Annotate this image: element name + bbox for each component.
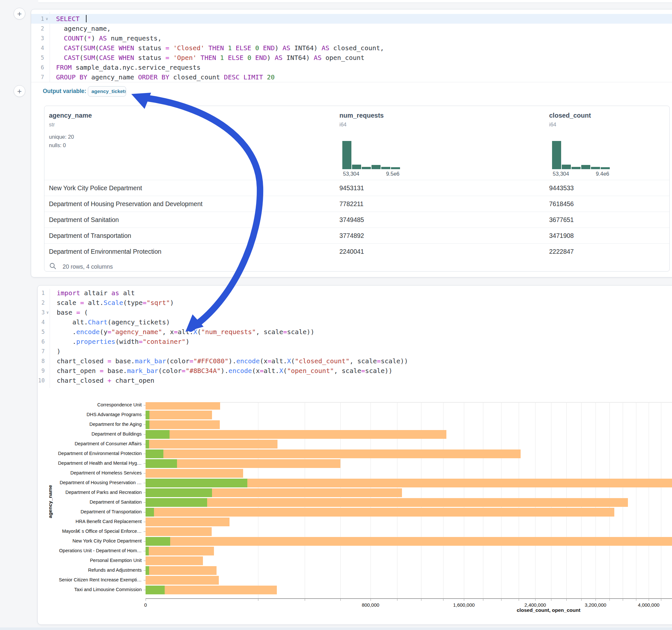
code-token: AS — [314, 54, 321, 62]
code-text: .properties(width="container") — [50, 337, 189, 346]
code-line[interactable]: 5 CAST(SUM(CASE WHEN status = 'Open' THE… — [31, 53, 672, 63]
code-token — [224, 54, 228, 62]
histogram-bar — [381, 167, 390, 169]
code-line[interactable]: 7GROUP BY agency_name ORDER BY closed_co… — [31, 72, 672, 82]
fold-spacer — [44, 33, 50, 43]
code-token: (agency_tickets) — [107, 318, 170, 326]
x-axis-title: closed_count, open_count — [517, 607, 580, 613]
code-token — [79, 15, 83, 23]
output-divider — [31, 82, 672, 82]
code-token: , x — [162, 328, 174, 336]
code-line[interactable]: 4 CAST(SUM(CASE WHEN status = 'Closed' T… — [31, 43, 672, 53]
code-token: base — [57, 309, 76, 316]
code-token: num_requests, — [107, 34, 162, 42]
code-text: scale = alt.Scale(type="sqrt") — [50, 298, 174, 308]
code-token: mark_bar — [135, 357, 166, 365]
bar-open — [146, 488, 212, 497]
code-line[interactable]: 1∨SELECT — [31, 14, 672, 24]
bar-open — [146, 498, 207, 507]
fold-chevron-icon[interactable]: ∨ — [44, 14, 50, 24]
code-token: = — [182, 367, 186, 374]
code-token: chart_closed — [57, 357, 107, 365]
code-line[interactable]: 7) — [38, 346, 672, 356]
line-number: 10 — [38, 375, 45, 385]
code-line[interactable]: 10chart_closed + chart_open — [38, 375, 672, 385]
code-line[interactable]: 5 .encode(y="agency_name", x=alt.X("num_… — [38, 327, 672, 337]
fold-chevron-icon[interactable]: ∨ — [45, 308, 50, 317]
bar-open — [146, 459, 177, 468]
x-axis-tick-label: 1,600,000 — [453, 602, 475, 608]
table-footer-summary: 20 rows, 4 columns — [63, 264, 113, 270]
column-histogram — [342, 141, 401, 169]
code-text: base = ( — [50, 308, 88, 317]
y-axis-label: Department of Parks and Recreation — [66, 490, 142, 495]
code-token: 20 — [267, 73, 274, 81]
code-token — [205, 44, 209, 52]
table-row[interactable]: Department of Sanitation37494853677651 — [44, 212, 669, 227]
python-code-editor[interactable]: 1import altair as alt2scale = alt.Scale(… — [38, 288, 672, 385]
code-token: open_count — [321, 54, 364, 62]
code-line[interactable]: 6 .properties(width="container") — [38, 337, 672, 346]
code-token: = — [267, 357, 271, 365]
code-token: ( — [283, 367, 287, 374]
bar-open — [146, 537, 170, 546]
code-line[interactable]: 8chart_closed = base.mark_bar(color="#FF… — [38, 356, 672, 366]
x-axis-tick — [146, 599, 146, 601]
y-axis-label: Correspondence Unit — [97, 402, 142, 407]
code-token: agency_name, — [56, 25, 111, 32]
fold-spacer — [45, 337, 50, 346]
code-line[interactable]: 4 alt.Chart(agency_tickets) — [38, 317, 672, 327]
code-line[interactable]: 2scale = alt.Scale(type="sqrt") — [38, 298, 672, 308]
table-row[interactable]: Department of Transportation377489234719… — [44, 227, 669, 243]
bar-open — [146, 547, 149, 555]
code-token: * — [87, 34, 91, 42]
table-cell: Department of Housing Preservation and D… — [49, 200, 202, 208]
histogram-bar — [581, 165, 590, 169]
bar-closed — [146, 556, 203, 565]
output-variable-pill[interactable]: agency_tickets — [88, 86, 126, 97]
code-token: = — [99, 367, 103, 374]
search-icon[interactable] — [49, 262, 57, 270]
table-row[interactable]: Department of Housing Preservation and D… — [44, 196, 669, 212]
y-axis-label: Department of Housing Preservation … — [59, 480, 142, 485]
x-axis-tick — [443, 599, 443, 601]
code-text: CAST(SUM(CASE WHEN status = 'Closed' THE… — [50, 43, 384, 53]
code-token — [251, 54, 255, 62]
code-token: = — [165, 54, 169, 62]
add-cell-button-top[interactable]: + — [14, 8, 25, 20]
line-number: 9 — [38, 366, 45, 375]
code-text: chart_closed = base.mark_bar(color="#FFC… — [50, 356, 408, 366]
code-line[interactable]: 3 COUNT(*) AS num_requests, — [31, 33, 672, 43]
y-axis-label: Department of Consumer Affairs — [75, 441, 142, 446]
table-row[interactable]: Department of Environmental Protection22… — [44, 243, 669, 259]
table-cell: 3677651 — [549, 216, 574, 224]
column-histogram — [552, 141, 611, 169]
code-line[interactable]: 3∨base = ( — [38, 308, 672, 317]
x-axis-tick — [397, 599, 398, 601]
bar-open — [146, 586, 165, 595]
column-header: closed_count — [549, 112, 591, 119]
table-cell: Department of Transportation — [49, 232, 131, 240]
code-token: (x — [252, 367, 260, 374]
code-line[interactable]: 2 agency_name, — [31, 24, 672, 33]
code-token — [158, 73, 162, 81]
code-token: alt. — [264, 367, 279, 374]
bar-open — [146, 450, 163, 458]
code-token: = — [107, 328, 112, 336]
code-line[interactable]: 9chart_open = base.mark_bar(color="#8BC3… — [38, 366, 672, 375]
fold-spacer — [45, 346, 50, 356]
gridline — [649, 402, 649, 598]
sql-code-editor[interactable]: 1∨SELECT 2 agency_name,3 COUNT(*) AS num… — [31, 14, 672, 82]
code-token: "open_count" — [287, 367, 334, 374]
code-token: . — [57, 338, 76, 345]
code-line[interactable]: 1import altair as alt — [38, 288, 672, 298]
y-axis-label: Department of Transportation — [80, 509, 142, 514]
x-axis-tick — [623, 599, 623, 601]
table-cell: 3471908 — [549, 232, 574, 240]
add-cell-button-output[interactable]: + — [14, 85, 25, 97]
table-row[interactable]: New York City Police Department945313194… — [44, 180, 669, 196]
code-line[interactable]: 6FROM sample_data.nyc.service_requests — [31, 63, 672, 72]
x-axis-tick — [649, 599, 649, 601]
table-cell: 2222847 — [549, 248, 574, 256]
code-token: sample_data.nyc.service_requests — [72, 64, 200, 71]
